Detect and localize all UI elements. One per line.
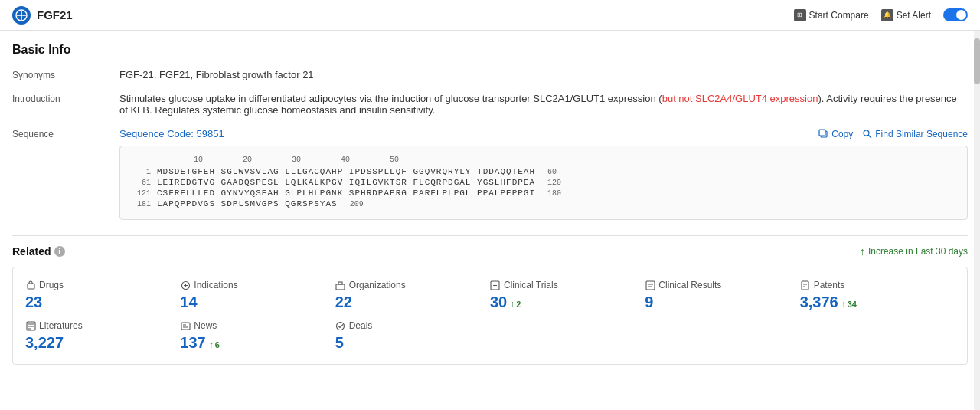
synonyms-label: Synonyms: [12, 69, 119, 80]
related-section: Related i ↑ Increase in Last 30 days Dru…: [12, 235, 968, 365]
find-similar-button[interactable]: Find Similar Sequence: [862, 129, 968, 139]
stat-empty-3: [800, 320, 955, 352]
clinical-trials-icon: [490, 280, 501, 290]
news-value: 137: [180, 334, 205, 352]
seq-content-1: MDSDETGFEH SGLWVSVLAG LLLGACQAHP IPDSSPL…: [157, 167, 535, 176]
stat-label-organizations: Organizations: [335, 280, 490, 290]
svg-rect-13: [802, 281, 808, 290]
sequence-box: 10 20 30 40 50 1 MDSDETGFEH SGLWVSVLAG L…: [119, 146, 968, 220]
organizations-icon: [335, 280, 346, 290]
sequence-actions: Copy Find Similar Sequence: [818, 129, 968, 139]
set-alert-button[interactable]: 🔔 Set Alert: [881, 9, 931, 21]
clinical-results-value: 9: [645, 294, 653, 311]
stat-literatures[interactable]: Literatures 3,227: [25, 320, 180, 352]
news-arrow-icon: ↑: [209, 339, 214, 350]
indications-icon: [180, 280, 191, 290]
clinical-trials-arrow-icon: ↑: [510, 299, 514, 310]
header-left: FGF21: [12, 6, 73, 25]
increase-badge: ↑ Increase in Last 30 days: [860, 245, 968, 257]
literatures-icon: [25, 320, 36, 331]
seq-content-3: CSFRELLLED GYNVYQSEAH GLPLHLPGNK SPHRDPA…: [157, 189, 535, 198]
seq-num-2: 61: [132, 179, 151, 187]
literatures-value: 3,227: [25, 334, 64, 352]
svg-rect-7: [28, 284, 34, 289]
app-logo: [12, 6, 31, 25]
seq-line-1: 1 MDSDETGFEH SGLWVSVLAG LLLGACQAHP IPDSS…: [132, 167, 955, 176]
seq-line-2: 61 LEIREDGTVG GAADQSPESL LQLKALKPGV IQIL…: [132, 178, 955, 187]
indications-value: 14: [180, 294, 197, 311]
deals-icon: [335, 320, 346, 331]
stat-label-news: News: [180, 320, 335, 331]
synonyms-value: FGF-21, FGF21, Fibroblast growth factor …: [119, 69, 968, 80]
main-content: Basic Info Synonyms FGF-21, FGF21, Fibro…: [0, 31, 980, 365]
stat-label-clinical-results: Clinical Results: [645, 280, 799, 290]
seq-line-3: 121 CSFRELLLED GYNVYQSEAH GLPLHLPGNK SPH…: [132, 189, 955, 198]
related-title: Related i: [12, 245, 65, 257]
introduction-label: Introduction: [12, 93, 119, 104]
stat-drugs[interactable]: Drugs 23: [25, 280, 180, 311]
seq-num-4: 181: [132, 200, 151, 208]
seq-end-1: 60: [547, 168, 557, 176]
deals-value: 5: [335, 334, 344, 352]
increase-arrow-icon: ↑: [860, 245, 865, 257]
stat-news[interactable]: News 137 ↑ 6: [180, 320, 335, 352]
stats-row-1: Drugs 23 Indications 14: [25, 280, 955, 311]
clinical-results-icon: [645, 280, 655, 290]
sequence-header: Sequence Code: 59851 Copy: [119, 128, 968, 139]
stat-empty-1: [490, 320, 645, 352]
stat-patents[interactable]: Patents 3,376 ↑ 34: [800, 280, 955, 311]
synonyms-row: Synonyms FGF-21, FGF21, Fibroblast growt…: [12, 69, 968, 80]
introduction-value: Stimulates glucose uptake in differentia…: [119, 93, 968, 116]
stat-clinical-results[interactable]: Clinical Results 9: [645, 280, 799, 311]
copy-icon: [818, 129, 828, 139]
sequence-label: Sequence: [12, 128, 119, 139]
clinical-trials-increase: ↑ 2: [510, 299, 521, 310]
copy-button[interactable]: Copy: [818, 129, 853, 139]
clinical-trials-increase-num: 2: [516, 300, 521, 309]
patents-icon: [800, 280, 811, 290]
highlight-text: but not SLC2A4/GLUT4 expression: [662, 93, 818, 104]
svg-point-16: [337, 322, 345, 330]
svg-point-5: [864, 130, 869, 136]
news-increase-num: 6: [215, 340, 220, 349]
scrollbar-track[interactable]: [974, 31, 980, 365]
stat-label-clinical-trials: Clinical Trials: [490, 280, 645, 290]
stat-indications[interactable]: Indications 14: [180, 280, 335, 311]
basic-info-title: Basic Info: [12, 43, 968, 57]
sequence-content: Sequence Code: 59851 Copy: [119, 128, 968, 220]
patents-value: 3,376: [800, 294, 838, 311]
stat-label-patents: Patents: [800, 280, 955, 290]
related-info-icon[interactable]: i: [54, 246, 65, 257]
start-compare-button[interactable]: ⊞ Start Compare: [794, 9, 869, 21]
svg-rect-12: [646, 281, 655, 290]
stat-label-indications: Indications: [180, 280, 335, 290]
seq-num-1: 1: [132, 168, 151, 176]
seq-num-3: 121: [132, 189, 151, 198]
sequence-code-link[interactable]: Sequence Code: 59851: [119, 128, 224, 139]
seq-end-4: 209: [350, 200, 364, 208]
alert-toggle[interactable]: [943, 8, 968, 21]
drugs-icon: [25, 280, 36, 290]
stats-grid: Drugs 23 Indications 14: [12, 267, 968, 365]
stat-clinical-trials[interactable]: Clinical Trials 30 ↑ 2: [490, 280, 645, 311]
seq-content-4: LAPQPPDVGS SDPLSMVGPS QGRSPSYAS: [157, 199, 338, 208]
news-icon: [180, 320, 191, 331]
svg-rect-15: [181, 323, 190, 330]
seq-end-3: 180: [547, 189, 561, 198]
introduction-row: Introduction Stimulates glucose uptake i…: [12, 93, 968, 116]
page-title: FGF21: [37, 8, 73, 21]
header: FGF21 ⊞ Start Compare 🔔 Set Alert: [0, 0, 980, 31]
find-similar-icon: [862, 129, 872, 139]
stat-label-drugs: Drugs: [25, 280, 180, 290]
stats-row-2: Literatures 3,227 News 137: [25, 320, 955, 352]
scrollbar-thumb[interactable]: [974, 38, 980, 84]
organizations-value: 22: [335, 294, 352, 311]
stat-deals[interactable]: Deals 5: [335, 320, 490, 352]
svg-rect-9: [336, 284, 345, 290]
patents-increase: ↑ 34: [841, 299, 857, 310]
seq-end-2: 120: [547, 179, 561, 187]
stat-organizations[interactable]: Organizations 22: [335, 280, 490, 311]
alert-icon: 🔔: [881, 9, 893, 21]
sequence-code-label: Sequence Code: 59851: [119, 128, 224, 139]
header-right: ⊞ Start Compare 🔔 Set Alert: [794, 8, 968, 21]
